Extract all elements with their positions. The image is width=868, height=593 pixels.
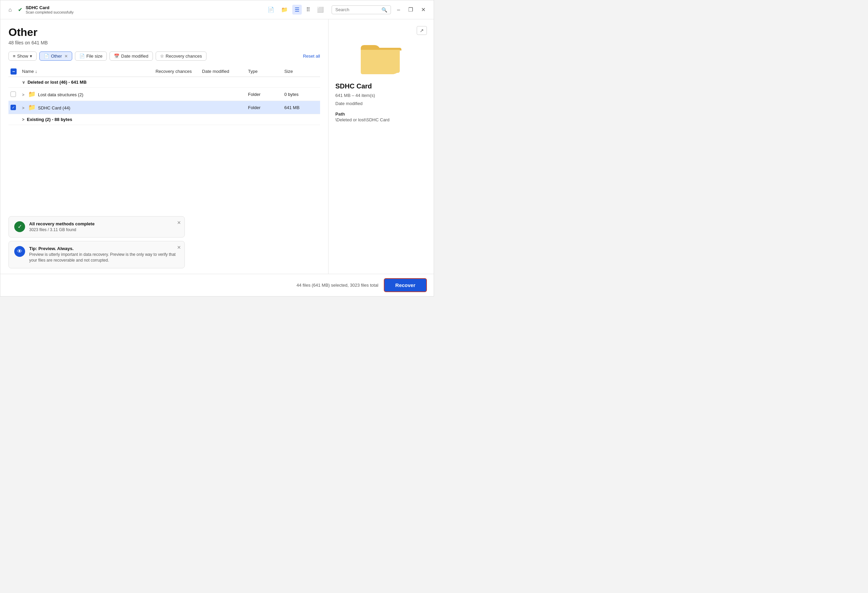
window-controls: – ❐ ✕ <box>394 5 428 14</box>
group-label-deleted: ∨ Deleted or lost (46) - 641 MB <box>19 77 320 88</box>
col-header-name[interactable]: Name ↓ <box>19 66 152 77</box>
other-filter-button[interactable]: 📄 Other ✕ <box>39 52 72 61</box>
row-date-sdhc <box>199 101 245 114</box>
notif-title-tip: Tip: Preview. Always. <box>29 246 179 251</box>
preview-path-value: \Deleted or lost\SDHC Card <box>335 117 427 122</box>
grid-view-button[interactable]: ⠿ <box>304 5 313 15</box>
recover-button[interactable]: Recover <box>384 278 427 292</box>
notif-close-tip-button[interactable]: ✕ <box>177 245 181 250</box>
group-expand-cell <box>9 77 19 88</box>
title-info: SDHC Card Scan completed successfully <box>26 5 74 14</box>
right-panel: ↗ SDHC Card 641 MB – 44 item(s) Date mod… <box>329 19 434 274</box>
notifications-area: ✓ All recovery methods complete 3023 fil… <box>9 211 320 274</box>
app-subtitle: Scan completed successfully <box>26 10 74 14</box>
eye-icon: 👁 <box>14 246 25 257</box>
col-header-date[interactable]: Date modified <box>199 66 245 77</box>
selection-status: 44 files (641 MB) selected, 3023 files t… <box>296 283 378 288</box>
row-size-sdhc: 641 MB <box>281 101 320 114</box>
page-subtitle: 48 files on 641 MB <box>9 40 320 46</box>
table-header-row: − Name ↓ Recovery chances Date modified … <box>9 66 320 77</box>
table-row[interactable]: ✓ > 📁 SDHC Card (44) Folder 6 <box>9 101 320 114</box>
col-header-size[interactable]: Size <box>281 66 320 77</box>
filter-file-icon: 📄 <box>44 53 49 59</box>
notif-body-recovery: 3023 files / 3.11 GB found <box>29 227 94 233</box>
close-button[interactable]: ✕ <box>418 5 428 14</box>
row-checkbox-lost[interactable] <box>9 88 19 101</box>
right-panel-top: ↗ <box>335 26 427 35</box>
date-modified-filter-button[interactable]: 📅 Date modified <box>109 52 153 61</box>
group-expand-icon-2[interactable]: > <box>22 117 24 122</box>
show-icon: ≡ <box>13 53 16 59</box>
main-content: Other 48 files on 641 MB ≡ Show ▾ 📄 Othe… <box>0 19 434 274</box>
group-label-existing: > Existing (2) - 88 bytes <box>19 114 320 125</box>
notification-tip-preview: 👁 Tip: Preview. Always. Preview is utter… <box>9 241 185 268</box>
name-label: Name <box>22 69 34 74</box>
select-all-minus-icon[interactable]: − <box>10 68 16 75</box>
title-bar-left: ⌂ ✔ SDHC Card Scan completed successfull… <box>6 5 265 14</box>
search-icon: 🔍 <box>381 7 387 13</box>
col-header-recovery[interactable]: Recovery chances <box>152 66 199 77</box>
date-modified-label: Date modified <box>121 53 148 59</box>
notif-text-tip: Tip: Preview. Always. Preview is utterly… <box>29 246 179 263</box>
show-filter-button[interactable]: ≡ Show ▾ <box>9 52 37 61</box>
row-size-lost: 0 bytes <box>281 88 320 101</box>
files-table: − Name ↓ Recovery chances Date modified … <box>9 66 320 125</box>
folder-preview <box>335 35 427 79</box>
left-panel: Other 48 files on 641 MB ≡ Show ▾ 📄 Othe… <box>0 19 329 274</box>
row-recovery-sdhc <box>152 101 199 114</box>
row-name-sdhc: > 📁 SDHC Card (44) <box>19 101 152 114</box>
calendar-icon: 📅 <box>114 53 120 59</box>
app-title: SDHC Card <box>26 5 74 10</box>
preview-path-label: Path <box>335 112 427 116</box>
show-chevron-icon: ▾ <box>30 53 32 59</box>
folder-preview-icon <box>361 42 402 75</box>
notif-close-recovery-button[interactable]: ✕ <box>177 220 181 225</box>
other-filter-close-icon[interactable]: ✕ <box>64 54 68 59</box>
external-link-button[interactable]: ↗ <box>417 26 427 35</box>
search-input[interactable] <box>335 7 379 12</box>
file-table: − Name ↓ Recovery chances Date modified … <box>9 66 320 211</box>
home-button[interactable]: ⌂ <box>6 6 15 14</box>
row-checkbox-sdhc[interactable]: ✓ <box>9 101 19 114</box>
group-collapse-icon[interactable]: ∨ <box>22 80 25 85</box>
notif-body-tip: Preview is utterly important in data rec… <box>29 252 179 263</box>
recovery-chances-filter-button[interactable]: ☆ Recovery chances <box>156 52 207 61</box>
list-view-button[interactable]: ☰ <box>292 5 302 15</box>
checked-checkbox-icon[interactable]: ✓ <box>10 105 16 110</box>
minimize-button[interactable]: – <box>394 6 403 14</box>
sidebar-toggle-button[interactable]: ⬜ <box>314 5 326 15</box>
new-file-button[interactable]: 📄 <box>265 5 277 15</box>
app-window: ⌂ ✔ SDHC Card Scan completed successfull… <box>0 0 434 296</box>
notif-title-recovery: All recovery methods complete <box>29 221 94 227</box>
folder-icon: 📁 <box>28 104 35 111</box>
row-type-lost: Folder <box>245 88 281 101</box>
other-filter-label: Other <box>51 53 62 59</box>
select-all-checkbox[interactable]: − <box>9 66 19 77</box>
group-deleted-lost[interactable]: ∨ Deleted or lost (46) - 641 MB <box>9 77 320 88</box>
row-expand-sdhc-icon[interactable]: > <box>22 106 24 110</box>
bottom-bar: 44 files (641 MB) selected, 3023 files t… <box>0 274 434 296</box>
preview-meta-line1: 641 MB – 44 item(s) <box>335 92 427 99</box>
file-size-icon: 📄 <box>79 53 85 59</box>
show-label: Show <box>17 53 28 59</box>
group-existing[interactable]: > Existing (2) - 88 bytes <box>9 114 320 125</box>
col-header-type[interactable]: Type <box>245 66 281 77</box>
group-expand-cell-2 <box>9 114 19 125</box>
recovery-chances-label: Recovery chances <box>166 53 202 59</box>
row-recovery-lost <box>152 88 199 101</box>
row-date-lost <box>199 88 245 101</box>
success-icon: ✓ <box>14 221 25 232</box>
unchecked-checkbox-icon[interactable] <box>10 91 16 97</box>
title-bar: ⌂ ✔ SDHC Card Scan completed successfull… <box>0 0 434 19</box>
status-check-icon: ✔ <box>18 6 22 13</box>
preview-folder-name: SDHC Card <box>335 82 427 90</box>
open-folder-button[interactable]: 📁 <box>279 5 290 15</box>
page-title: Other <box>9 26 320 39</box>
table-row[interactable]: > 📁 Lost data structures (2) Folder 0 by… <box>9 88 320 101</box>
maximize-button[interactable]: ❐ <box>406 5 416 14</box>
reset-all-button[interactable]: Reset all <box>303 53 320 59</box>
row-expand-icon[interactable]: > <box>22 93 24 97</box>
filter-bar: ≡ Show ▾ 📄 Other ✕ 📄 File size 📅 Date mo… <box>9 52 320 61</box>
preview-meta-line2: Date modified <box>335 100 427 107</box>
file-size-filter-button[interactable]: 📄 File size <box>75 52 107 61</box>
